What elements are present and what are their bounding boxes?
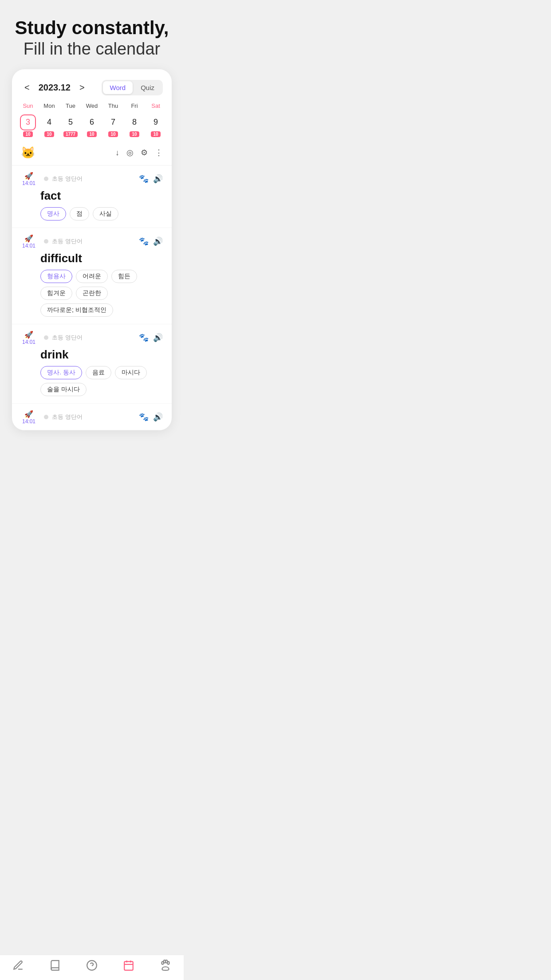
- next-month-button[interactable]: >: [76, 81, 88, 94]
- dot-fact: [44, 177, 48, 181]
- date-num-5: 5: [63, 114, 79, 130]
- sound-icon-fact[interactable]: 🔊: [153, 174, 163, 184]
- date-cell-6[interactable]: 6 10: [81, 113, 102, 139]
- dot-drink: [44, 335, 48, 340]
- tag-difficult-5: 까다로운; 비협조적인: [40, 303, 113, 317]
- tab-quiz[interactable]: Quiz: [134, 81, 161, 94]
- date-badge-9: 10: [151, 131, 160, 137]
- entry-actions-4: 🐾 🔊: [139, 412, 163, 422]
- entry-actions-drink: 🐾 🔊: [139, 333, 163, 342]
- entry-left-4: 🚀 14:01: [21, 410, 37, 425]
- date-badge-3: 10: [23, 131, 32, 137]
- paw-icon-4[interactable]: 🐾: [139, 412, 149, 422]
- rocket-icon-4: 🚀: [24, 410, 33, 418]
- date-badge-8: 10: [130, 131, 139, 137]
- date-num-4: 4: [41, 114, 57, 130]
- category-difficult: 초등 영단어: [52, 237, 135, 245]
- day-sun: Sun: [17, 101, 39, 111]
- date-cell-9[interactable]: 9 10: [145, 113, 166, 139]
- entry-left-fact: 🚀 14:01: [21, 172, 37, 186]
- filter-row: 🐱 ↓ ◎ ⚙ ⋮: [12, 142, 172, 165]
- time-4: 14:01: [21, 418, 37, 425]
- tag-difficult-4: 곤란한: [76, 287, 108, 300]
- paw-icon-fact[interactable]: 🐾: [139, 174, 149, 184]
- tag-drink-0: 명사. 동사: [40, 366, 82, 379]
- dates-row: 3 10 4 10 5 1777 6 10 7 10 8 10 9 10: [12, 113, 172, 139]
- day-labels-row: Sun Mon Tue Wed Thu Fri Sat: [12, 101, 172, 111]
- entry-left-drink: 🚀 14:01: [21, 331, 37, 345]
- entry-meta-drink: 🚀 14:01 초등 영단어 🐾 🔊: [21, 331, 163, 345]
- date-cell-8[interactable]: 8 10: [124, 113, 145, 139]
- paw-icon-difficult[interactable]: 🐾: [139, 236, 149, 246]
- hero-line2: Fill in the calendar: [9, 38, 175, 60]
- tags-drink: 명사. 동사 음료 마시다 술을 마시다: [21, 366, 163, 396]
- more-icon[interactable]: ⋮: [155, 148, 163, 157]
- word-entry-difficult: 🚀 14:01 초등 영단어 🐾 🔊 difficult 형용사 어려운 힘든 …: [12, 228, 172, 324]
- entry-meta-difficult: 🚀 14:01 초등 영단어 🐾 🔊: [21, 234, 163, 249]
- tag-fact-0: 명사: [40, 207, 66, 220]
- date-num-8: 8: [126, 114, 142, 130]
- date-cell-5[interactable]: 5 1777: [60, 113, 81, 139]
- sound-icon-difficult[interactable]: 🔊: [153, 236, 163, 246]
- day-tue: Tue: [60, 101, 81, 111]
- category-4: 초등 영단어: [52, 413, 135, 421]
- tag-difficult-3: 힘겨운: [40, 287, 72, 300]
- date-cell-4[interactable]: 4 10: [39, 113, 60, 139]
- date-num-9: 9: [148, 114, 164, 130]
- date-cell-3[interactable]: 3 10: [17, 113, 39, 139]
- date-num-7: 7: [105, 114, 121, 130]
- sort-down-icon[interactable]: ↓: [115, 148, 119, 157]
- day-wed: Wed: [81, 101, 102, 111]
- date-cell-7[interactable]: 7 10: [102, 113, 124, 139]
- day-fri: Fri: [124, 101, 145, 111]
- day-thu: Thu: [102, 101, 124, 111]
- paw-icon-drink[interactable]: 🐾: [139, 333, 149, 342]
- date-badge-6: 10: [87, 131, 96, 137]
- date-badge-7: 10: [108, 131, 118, 137]
- sound-icon-drink[interactable]: 🔊: [153, 333, 163, 342]
- dot-difficult: [44, 239, 48, 244]
- settings-icon[interactable]: ⚙: [141, 148, 148, 157]
- tags-fact: 명사 점 사실: [21, 207, 163, 220]
- entry-meta-4: 🚀 14:01 초등 영단어 🐾 🔊: [21, 410, 163, 425]
- tag-difficult-1: 어려운: [76, 270, 108, 283]
- word-title-drink: drink: [21, 348, 163, 362]
- word-title-difficult: difficult: [21, 252, 163, 265]
- word-entry-drink: 🚀 14:01 초등 영단어 🐾 🔊 drink 명사. 동사 음료 마시다 술…: [12, 324, 172, 404]
- hero-line1: Study constantly,: [9, 18, 175, 38]
- rocket-icon-drink: 🚀: [24, 331, 33, 339]
- rocket-icon-fact: 🚀: [24, 172, 33, 180]
- word-entry-fact: 🚀 14:01 초등 영단어 🐾 🔊 fact 명사 점 사실: [12, 165, 172, 228]
- tag-difficult-2: 힘든: [111, 270, 137, 283]
- tag-drink-2: 마시다: [115, 366, 147, 379]
- entry-meta-fact: 🚀 14:01 초등 영단어 🐾 🔊: [21, 172, 163, 186]
- main-card: < 2023.12 > Word Quiz Sun Mon Tue Wed Th…: [12, 69, 172, 430]
- calendar-header: < 2023.12 > Word Quiz: [12, 80, 172, 101]
- tag-fact-1: 점: [70, 207, 89, 220]
- target-icon[interactable]: ◎: [126, 148, 134, 157]
- word-entry-4: 🚀 14:01 초등 영단어 🐾 🔊: [12, 404, 172, 430]
- cal-nav: < 2023.12 >: [21, 81, 88, 94]
- entry-actions-difficult: 🐾 🔊: [139, 236, 163, 246]
- prev-month-button[interactable]: <: [21, 81, 33, 94]
- sound-icon-4[interactable]: 🔊: [153, 412, 163, 422]
- rocket-icon-difficult: 🚀: [24, 234, 33, 243]
- date-num-3: 3: [20, 114, 36, 130]
- date-badge-5: 1777: [63, 131, 78, 137]
- hero-section: Study constantly, Fill in the calendar: [0, 0, 184, 69]
- time-difficult: 14:01: [21, 243, 37, 249]
- entry-actions-fact: 🐾 🔊: [139, 174, 163, 184]
- tag-fact-2: 사실: [93, 207, 118, 220]
- cal-month-label: 2023.12: [39, 83, 71, 93]
- word-title-fact: fact: [21, 189, 163, 203]
- time-drink: 14:01: [21, 339, 37, 345]
- tag-difficult-0: 형용사: [40, 270, 72, 283]
- tab-word[interactable]: Word: [103, 81, 133, 94]
- dot-4: [44, 415, 48, 419]
- date-num-6: 6: [84, 114, 100, 130]
- word-entries: 🚀 14:01 초등 영단어 🐾 🔊 fact 명사 점 사실: [12, 165, 172, 430]
- category-fact: 초등 영단어: [52, 175, 135, 183]
- tag-drink-3: 술을 마시다: [40, 383, 87, 396]
- cat-icon: 🐱: [21, 146, 35, 160]
- time-fact: 14:01: [21, 180, 37, 186]
